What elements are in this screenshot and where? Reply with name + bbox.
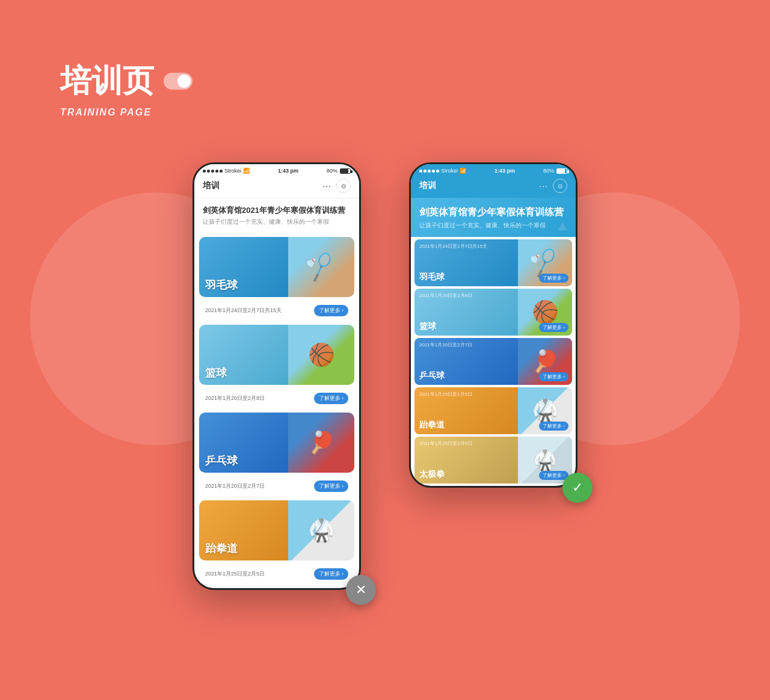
nav-bar-right: 培训 ··· ⊙ [411, 176, 576, 198]
page-subtitle: TRAINING PAGE [60, 107, 192, 118]
card-color-taekwondo: 跆拳道 [199, 500, 288, 560]
card2-color-taichi: 2021年1月25日至2月5日 太极拳 [414, 437, 518, 484]
check-button-right[interactable]: ✓ [562, 473, 593, 503]
date-taekwondo: 2021年1月25日至2月5日 [205, 570, 265, 578]
learn-more-basketball[interactable]: 了解更多 › [314, 393, 349, 404]
sport-card-2-taichi[interactable]: 2021年1月25日至2月5日 太极拳 了解更多 › [414, 437, 572, 484]
card2-inner-pingpong: 2021年1月20日至2月7日 乒乓球 了解更多 › [414, 338, 572, 385]
carrier-right: Strokei [441, 168, 458, 174]
close-button-left[interactable]: ✕ [346, 575, 376, 605]
card-info-basketball: 2021年1月20日至2月8日 了解更多 › [199, 390, 354, 408]
dot5 [220, 170, 223, 173]
date2-basketball: 2021年1月20日至2月8日 [419, 292, 472, 299]
status-time: 1:43 pm [278, 168, 298, 174]
status-right-right: 80% [543, 168, 567, 174]
card-bg: 羽毛球 [199, 237, 354, 297]
dot3r [428, 170, 431, 173]
taekwondo-image [288, 500, 354, 560]
name2-badminton: 羽毛球 [419, 272, 513, 283]
carrier-name: Strokei [224, 168, 241, 174]
wifi-right: 📶 [460, 168, 466, 174]
sport-card-2-pingpong[interactable]: 2021年1月20日至2月7日 乒乓球 了解更多 › [414, 338, 572, 385]
dot2r [424, 170, 427, 173]
dot1 [203, 170, 206, 173]
status-bar-left: Strokei 📶 1:43 pm 80% [194, 164, 359, 176]
nav-actions-right: ··· ⊙ [539, 179, 567, 193]
dot5r [436, 170, 439, 173]
nav-more-right[interactable]: ··· [539, 181, 548, 191]
learn-more-badminton[interactable]: 了解更多 › [314, 305, 349, 316]
learn2-badminton[interactable]: 了解更多 › [539, 274, 568, 283]
sport-name-pingpong: 乒乓球 [205, 453, 238, 468]
name2-taekwondo: 跆拳道 [419, 420, 513, 431]
status-bar-right: Strokei 📶 1:43 pm 80% [411, 164, 576, 176]
learn2-pingpong[interactable]: 了解更多 › [539, 372, 568, 381]
status-left: Strokei 📶 [203, 168, 250, 174]
sport-card-badminton-left[interactable]: 羽毛球 [199, 237, 354, 297]
card-bg: 篮球 [199, 325, 354, 385]
sport-name-badminton: 羽毛球 [205, 278, 238, 292]
nav-title-left: 培训 [203, 180, 220, 191]
dot2 [207, 170, 210, 173]
learn-more-taekwondo[interactable]: 了解更多 › [314, 568, 349, 580]
learn2-taekwondo[interactable]: 了解更多 › [539, 422, 568, 431]
decoration-icon: ▲ [555, 217, 570, 234]
card2-color-basketball: 2021年1月20日至2月8日 篮球 [414, 289, 518, 336]
phone-right: Strokei 📶 1:43 pm 80% 培训 ··· [409, 162, 578, 488]
card-info-taekwondo: 2021年1月25日至2月5日 了解更多 › [199, 565, 354, 583]
card-color-badminton: 羽毛球 [199, 237, 288, 297]
sport-card-2-badminton[interactable]: 2021年1月24日至2月7日共15天 羽毛球 了解更多 › [414, 239, 572, 286]
sport-card-basketball-left[interactable]: 篮球 [199, 325, 354, 385]
dot4 [215, 170, 218, 173]
card2-inner-basketball: 2021年1月20日至2月8日 篮球 了解更多 › [414, 289, 572, 336]
page-content-header-left: 剑英体育馆2021年青少年寒假体育训练营 让孩子们度过一个充实、健康、快乐的一个… [194, 198, 359, 232]
name2-basketball: 篮球 [419, 321, 513, 332]
sport-card-2-taekwondo[interactable]: 2021年1月25日至2月5日 跆拳道 了解更多 › [414, 387, 572, 434]
main-title-left: 剑英体育馆2021年青少年寒假体育训练营 [203, 206, 351, 216]
date-badminton: 2021年1月24日至2月7日共15天 [205, 307, 282, 315]
date2-pingpong: 2021年1月20日至2月7日 [419, 342, 472, 348]
sports-list-right: 2021年1月24日至2月7日共15天 羽毛球 了解更多 › [411, 237, 576, 486]
nav-bar-left: 培训 ··· ⊙ [194, 176, 359, 198]
dot4r [432, 170, 435, 173]
sub-title-left: 让孩子们度过一个充实、健康、快乐的一个寒假 [203, 218, 351, 226]
sport-card-2-basketball[interactable]: 2021年1月20日至2月8日 篮球 了解更多 › [414, 289, 572, 336]
card-image-pingpong [288, 413, 354, 473]
learn2-basketball[interactable]: 了解更多 › [539, 323, 568, 332]
status-left-right: Strokei 📶 [419, 168, 466, 174]
card-bg: 乒乓球 [199, 413, 354, 473]
page-header: 培训页 TRAINING PAGE [60, 60, 192, 118]
nav-scan-right[interactable]: ⊙ [553, 179, 567, 193]
battery-pct-right: 80% [543, 168, 554, 174]
page-title-chinese: 培训页 [60, 60, 154, 102]
battery-pct: 80% [327, 168, 337, 174]
toggle-switch[interactable] [164, 73, 192, 90]
pingpong-image [288, 413, 354, 473]
battery-fill [340, 169, 348, 173]
status-right: 80% [327, 168, 351, 174]
nav-scan-left[interactable]: ⊙ [336, 179, 351, 193]
card2-inner-badminton: 2021年1月24日至2月7日共15天 羽毛球 了解更多 › [414, 239, 572, 286]
nav-more-left[interactable]: ··· [322, 181, 331, 191]
sports-list-left: 羽毛球 2021年1月24日至2月7日共15天 了解更多 › [194, 232, 359, 588]
sport-name-taekwondo: 跆拳道 [205, 541, 238, 556]
sport-card-taekwondo-left[interactable]: 跆拳道 [199, 500, 354, 560]
main-title-right: 剑英体育馆青少年寒假体育训练营 [419, 206, 567, 219]
card-info-pingpong: 2021年1月20日至2月7日 了解更多 › [199, 477, 354, 496]
battery-fill-right [557, 169, 565, 173]
dot1r [419, 170, 422, 173]
date-pingpong: 2021年1月20日至2月7日 [205, 482, 265, 490]
badminton-image [288, 237, 354, 297]
card-bg: 跆拳道 [199, 500, 354, 560]
sport-card-pingpong-left[interactable]: 乒乓球 [199, 413, 354, 473]
card-image-badminton [288, 237, 354, 297]
sport-name-basketball: 篮球 [205, 366, 227, 380]
card-color-basketball: 篮球 [199, 325, 288, 385]
learn-more-pingpong[interactable]: 了解更多 › [314, 480, 349, 492]
battery-right [556, 168, 567, 174]
page-title-container: 培训页 [60, 60, 192, 102]
card-image-taekwondo [288, 500, 354, 560]
phone-right-wrapper: Strokei 📶 1:43 pm 80% 培训 ··· [409, 162, 578, 488]
learn2-taichi[interactable]: 了解更多 › [539, 471, 568, 480]
date2-badminton: 2021年1月24日至2月7日共15天 [419, 243, 487, 250]
